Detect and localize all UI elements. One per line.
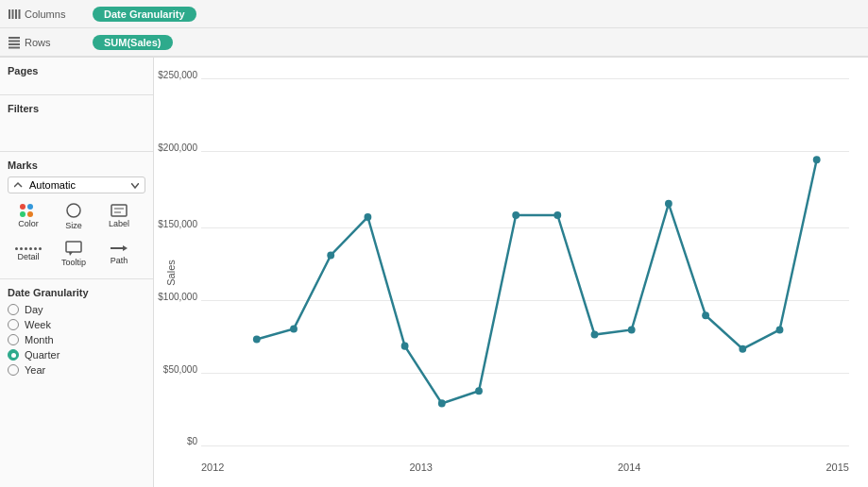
tooltip-label: Tooltip xyxy=(61,258,86,267)
radio-week[interactable]: Week xyxy=(8,319,145,330)
x-axis-labels: 2012 2013 2014 2015 xyxy=(201,462,849,473)
tooltip-button[interactable]: Tooltip xyxy=(53,237,94,271)
x-label-2015: 2015 xyxy=(826,462,849,473)
color-label: Color xyxy=(18,219,39,228)
data-point xyxy=(364,213,371,221)
detail-label: Detail xyxy=(17,252,39,261)
marks-dropdown-arrow xyxy=(131,179,139,191)
data-point xyxy=(628,326,636,333)
radio-month-label: Month xyxy=(25,334,54,345)
path-icon xyxy=(111,243,128,254)
columns-row: Columns Date Granularity xyxy=(0,0,868,28)
data-point xyxy=(401,343,409,350)
radio-day-label: Day xyxy=(25,304,43,315)
radio-month-circle xyxy=(8,334,19,345)
columns-icon xyxy=(8,8,21,21)
size-label: Size xyxy=(65,221,82,230)
svg-rect-9 xyxy=(111,205,127,216)
data-point xyxy=(776,326,784,333)
toolbar: Columns Date Granularity Rows SUM(Sales) xyxy=(0,0,868,58)
size-icon xyxy=(65,202,82,219)
radio-quarter[interactable]: Quarter xyxy=(8,349,145,361)
radio-week-circle xyxy=(8,319,19,330)
marks-dropdown-value: Automatic xyxy=(29,179,76,191)
marks-type-dropdown[interactable]: Automatic xyxy=(8,176,145,193)
radio-year-circle xyxy=(8,364,19,376)
svg-rect-5 xyxy=(9,40,20,42)
radio-quarter-circle xyxy=(8,349,19,361)
radio-day[interactable]: Day xyxy=(8,304,145,315)
chart-area: Sales $250,000 $200,000 $150,000 xyxy=(154,58,868,487)
data-point xyxy=(702,311,709,319)
radio-day-circle xyxy=(8,304,19,315)
radio-quarter-label: Quarter xyxy=(25,349,60,361)
path-label: Path xyxy=(111,256,128,265)
pages-section: Pages xyxy=(0,58,153,95)
rows-pill[interactable]: SUM(Sales) xyxy=(93,35,173,50)
path-button[interactable]: Path xyxy=(98,237,140,271)
data-point xyxy=(553,211,561,219)
data-point xyxy=(813,156,821,163)
data-point xyxy=(253,336,261,344)
chart-wrapper: $250,000 $200,000 $150,000 $100,000 $50,… xyxy=(201,67,849,449)
data-point xyxy=(327,251,334,259)
pages-title: Pages xyxy=(8,65,145,76)
svg-marker-13 xyxy=(69,252,73,256)
marks-title: Marks xyxy=(8,160,145,171)
y-label-150k: $150,000 xyxy=(154,218,197,228)
svg-rect-12 xyxy=(66,242,81,252)
radio-year-label: Year xyxy=(25,364,45,376)
svg-rect-0 xyxy=(9,9,10,19)
svg-rect-4 xyxy=(9,37,20,39)
main-area: Pages Filters Marks Automatic xyxy=(0,58,868,487)
svg-rect-6 xyxy=(9,43,20,45)
data-point xyxy=(591,330,599,338)
filters-section: Filters xyxy=(0,95,153,152)
tooltip-icon xyxy=(65,241,82,256)
columns-label: Columns xyxy=(8,8,93,21)
sidebar: Pages Filters Marks Automatic xyxy=(0,58,154,487)
date-granularity-title: Date Granularity xyxy=(8,287,145,298)
svg-marker-15 xyxy=(123,245,128,251)
marks-section: Marks Automatic xyxy=(0,152,153,279)
columns-pill[interactable]: Date Granularity xyxy=(93,7,196,22)
chart-line xyxy=(257,160,817,403)
radio-month[interactable]: Month xyxy=(8,334,145,345)
y-label-0: $0 xyxy=(154,436,197,446)
rows-row: Rows SUM(Sales) xyxy=(0,28,868,57)
detail-button[interactable]: Detail xyxy=(8,237,49,271)
marks-icons-row2: Detail Tooltip Path xyxy=(8,237,145,271)
data-point xyxy=(290,325,298,332)
y-label-50k: $50,000 xyxy=(154,363,197,374)
data-point xyxy=(512,211,519,219)
x-label-2014: 2014 xyxy=(618,462,640,473)
x-label-2013: 2013 xyxy=(410,462,433,473)
columns-text: Columns xyxy=(25,8,65,20)
radio-quarter-inner xyxy=(11,353,16,358)
svg-rect-2 xyxy=(15,9,17,19)
y-label-100k: $100,000 xyxy=(154,291,197,301)
svg-rect-1 xyxy=(12,9,14,19)
marks-dropdown-icon xyxy=(14,179,26,191)
color-button[interactable]: Color xyxy=(8,199,49,233)
line-chart-svg xyxy=(201,67,849,449)
data-point xyxy=(475,387,483,395)
marks-icons-row1: Color Size Label xyxy=(8,199,145,233)
svg-point-8 xyxy=(67,204,80,217)
x-label-2012: 2012 xyxy=(201,462,224,473)
rows-label: Rows xyxy=(8,36,93,49)
label-label: Label xyxy=(109,219,129,228)
label-icon xyxy=(111,204,128,217)
data-point xyxy=(665,200,672,208)
radio-year[interactable]: Year xyxy=(8,364,145,376)
filters-title: Filters xyxy=(8,103,145,114)
detail-icon xyxy=(15,247,42,250)
y-label-250k: $250,000 xyxy=(154,69,197,79)
rows-text: Rows xyxy=(25,37,51,48)
radio-week-label: Week xyxy=(25,319,51,330)
date-granularity-section: Date Granularity Day Week Month xyxy=(0,279,153,487)
label-button[interactable]: Label xyxy=(98,199,140,233)
data-point xyxy=(438,399,446,407)
size-button[interactable]: Size xyxy=(53,199,94,233)
app-container: Columns Date Granularity Rows SUM(Sales) xyxy=(0,0,868,487)
